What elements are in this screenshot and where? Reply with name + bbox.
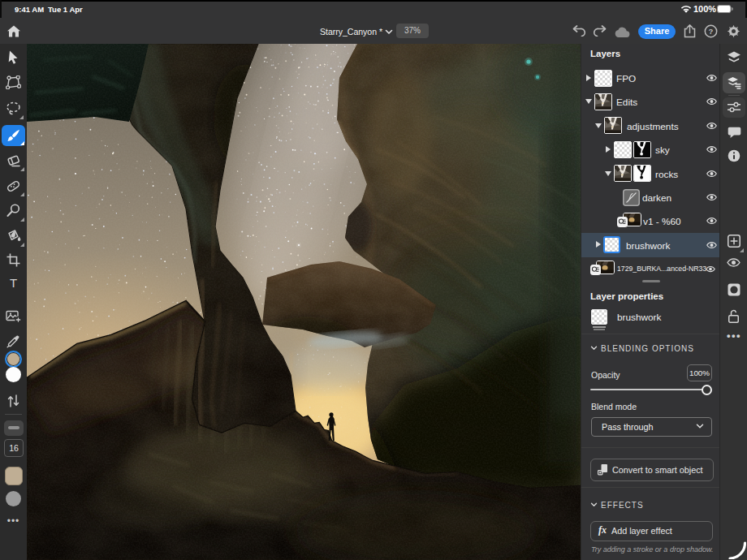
svg-text:?: ? [709, 27, 714, 36]
